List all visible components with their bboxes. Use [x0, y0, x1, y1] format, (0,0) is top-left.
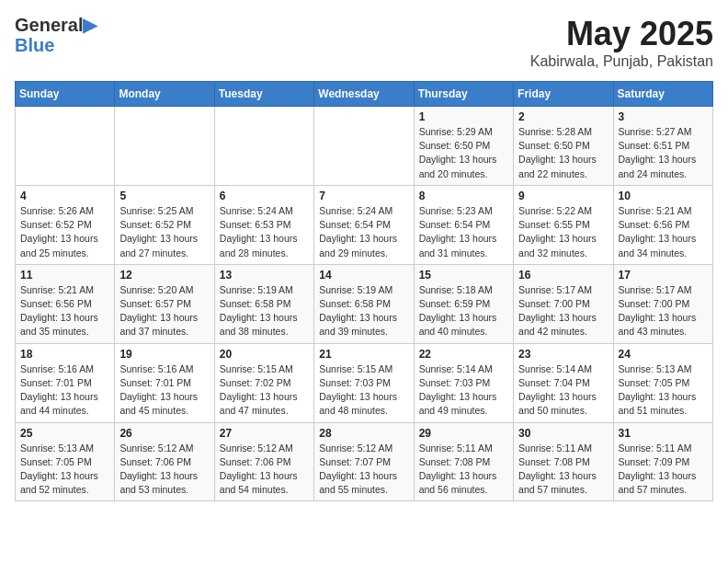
calendar-cell: 5Sunrise: 5:25 AM Sunset: 6:52 PM Daylig…	[115, 185, 214, 264]
day-number: 5	[119, 190, 209, 202]
calendar-cell: 7Sunrise: 5:24 AM Sunset: 6:54 PM Daylig…	[314, 185, 414, 264]
day-number: 25	[20, 427, 109, 440]
day-number: 13	[220, 269, 309, 282]
day-detail: Sunrise: 5:19 AM Sunset: 6:58 PM Dayligh…	[220, 283, 309, 339]
calendar-cell: 23Sunrise: 5:14 AM Sunset: 7:04 PM Dayli…	[514, 343, 613, 422]
calendar-cell	[214, 107, 313, 186]
day-number: 28	[319, 427, 408, 440]
title-block: May 2025 Kabirwala, Punjab, Pakistan	[530, 15, 713, 70]
calendar-cell	[314, 107, 414, 186]
calendar-cell: 31Sunrise: 5:11 AM Sunset: 7:09 PM Dayli…	[613, 422, 712, 501]
calendar-cell: 12Sunrise: 5:20 AM Sunset: 6:57 PM Dayli…	[115, 264, 214, 343]
page-header: General▶ Blue May 2025 Kabirwala, Punjab…	[15, 15, 713, 70]
calendar-cell: 14Sunrise: 5:19 AM Sunset: 6:58 PM Dayli…	[314, 264, 414, 343]
calendar-cell: 20Sunrise: 5:15 AM Sunset: 7:02 PM Dayli…	[214, 343, 313, 422]
day-detail: Sunrise: 5:18 AM Sunset: 6:59 PM Dayligh…	[419, 283, 508, 339]
day-number: 29	[419, 427, 508, 440]
day-detail: Sunrise: 5:13 AM Sunset: 7:05 PM Dayligh…	[20, 442, 109, 498]
day-number: 7	[319, 190, 408, 202]
day-number: 18	[20, 348, 109, 361]
logo: General▶ Blue	[15, 15, 97, 55]
day-detail: Sunrise: 5:29 AM Sunset: 6:50 PM Dayligh…	[419, 125, 508, 181]
calendar-cell: 24Sunrise: 5:13 AM Sunset: 7:05 PM Dayli…	[613, 343, 712, 422]
day-detail: Sunrise: 5:24 AM Sunset: 6:54 PM Dayligh…	[319, 204, 408, 260]
weekday-header-saturday: Saturday	[613, 82, 712, 107]
day-number: 27	[220, 427, 309, 440]
logo-line2: Blue	[15, 35, 97, 55]
day-detail: Sunrise: 5:14 AM Sunset: 7:03 PM Dayligh…	[419, 362, 508, 419]
calendar-cell: 19Sunrise: 5:16 AM Sunset: 7:01 PM Dayli…	[115, 343, 214, 422]
day-detail: Sunrise: 5:25 AM Sunset: 6:52 PM Dayligh…	[119, 204, 209, 260]
day-number: 6	[220, 190, 309, 202]
calendar-location: Kabirwala, Punjab, Pakistan	[530, 53, 713, 70]
weekday-header-wednesday: Wednesday	[314, 82, 414, 107]
calendar-cell: 6Sunrise: 5:24 AM Sunset: 6:53 PM Daylig…	[214, 185, 313, 264]
day-number: 12	[119, 269, 209, 282]
day-number: 17	[619, 269, 708, 282]
day-detail: Sunrise: 5:17 AM Sunset: 7:00 PM Dayligh…	[518, 283, 608, 339]
day-detail: Sunrise: 5:20 AM Sunset: 6:57 PM Dayligh…	[119, 283, 209, 339]
day-number: 23	[518, 348, 608, 361]
day-detail: Sunrise: 5:23 AM Sunset: 6:54 PM Dayligh…	[419, 204, 508, 260]
calendar-cell: 22Sunrise: 5:14 AM Sunset: 7:03 PM Dayli…	[414, 343, 513, 422]
day-number: 30	[518, 427, 608, 440]
day-number: 19	[119, 348, 209, 361]
day-number: 8	[419, 190, 508, 202]
day-detail: Sunrise: 5:16 AM Sunset: 7:01 PM Dayligh…	[20, 362, 109, 419]
day-detail: Sunrise: 5:14 AM Sunset: 7:04 PM Dayligh…	[518, 362, 608, 419]
calendar-cell	[16, 107, 115, 186]
weekday-header-monday: Monday	[115, 82, 214, 107]
day-detail: Sunrise: 5:28 AM Sunset: 6:50 PM Dayligh…	[518, 125, 608, 181]
weekday-header-thursday: Thursday	[414, 82, 513, 107]
calendar-week-4: 18Sunrise: 5:16 AM Sunset: 7:01 PM Dayli…	[16, 343, 713, 422]
calendar-cell: 13Sunrise: 5:19 AM Sunset: 6:58 PM Dayli…	[214, 264, 313, 343]
calendar-title: May 2025	[530, 15, 713, 53]
calendar-cell: 29Sunrise: 5:11 AM Sunset: 7:08 PM Dayli…	[414, 422, 513, 501]
day-detail: Sunrise: 5:17 AM Sunset: 7:00 PM Dayligh…	[619, 283, 708, 339]
calendar-cell: 4Sunrise: 5:26 AM Sunset: 6:52 PM Daylig…	[16, 185, 115, 264]
calendar-cell: 30Sunrise: 5:11 AM Sunset: 7:08 PM Dayli…	[514, 422, 613, 501]
day-detail: Sunrise: 5:11 AM Sunset: 7:08 PM Dayligh…	[518, 442, 608, 498]
day-detail: Sunrise: 5:19 AM Sunset: 6:58 PM Dayligh…	[319, 283, 408, 339]
calendar-week-5: 25Sunrise: 5:13 AM Sunset: 7:05 PM Dayli…	[16, 422, 713, 501]
day-detail: Sunrise: 5:12 AM Sunset: 7:06 PM Dayligh…	[220, 442, 309, 498]
day-number: 16	[518, 269, 608, 282]
weekday-header-tuesday: Tuesday	[214, 82, 313, 107]
day-detail: Sunrise: 5:16 AM Sunset: 7:01 PM Dayligh…	[119, 362, 209, 419]
day-number: 4	[20, 190, 109, 202]
day-detail: Sunrise: 5:15 AM Sunset: 7:02 PM Dayligh…	[220, 362, 309, 419]
calendar-week-2: 4Sunrise: 5:26 AM Sunset: 6:52 PM Daylig…	[16, 185, 713, 264]
day-number: 10	[619, 190, 708, 202]
calendar-cell: 28Sunrise: 5:12 AM Sunset: 7:07 PM Dayli…	[314, 422, 414, 501]
day-detail: Sunrise: 5:15 AM Sunset: 7:03 PM Dayligh…	[319, 362, 408, 419]
day-number: 26	[119, 427, 209, 440]
day-detail: Sunrise: 5:21 AM Sunset: 6:56 PM Dayligh…	[20, 283, 109, 339]
day-number: 15	[419, 269, 508, 282]
day-number: 11	[20, 269, 109, 282]
calendar-cell: 10Sunrise: 5:21 AM Sunset: 6:56 PM Dayli…	[613, 185, 712, 264]
calendar-table: SundayMondayTuesdayWednesdayThursdayFrid…	[15, 81, 713, 501]
day-number: 20	[220, 348, 309, 361]
calendar-cell: 27Sunrise: 5:12 AM Sunset: 7:06 PM Dayli…	[214, 422, 313, 501]
day-detail: Sunrise: 5:26 AM Sunset: 6:52 PM Dayligh…	[20, 204, 109, 260]
day-number: 3	[619, 110, 708, 123]
day-detail: Sunrise: 5:11 AM Sunset: 7:08 PM Dayligh…	[419, 442, 508, 498]
day-number: 1	[419, 110, 508, 123]
logo-line1: General▶	[15, 15, 97, 35]
calendar-cell: 3Sunrise: 5:27 AM Sunset: 6:51 PM Daylig…	[613, 107, 712, 186]
calendar-week-1: 1Sunrise: 5:29 AM Sunset: 6:50 PM Daylig…	[16, 107, 713, 186]
calendar-cell: 26Sunrise: 5:12 AM Sunset: 7:06 PM Dayli…	[115, 422, 214, 501]
day-detail: Sunrise: 5:12 AM Sunset: 7:07 PM Dayligh…	[319, 442, 408, 498]
calendar-cell: 15Sunrise: 5:18 AM Sunset: 6:59 PM Dayli…	[414, 264, 513, 343]
day-detail: Sunrise: 5:11 AM Sunset: 7:09 PM Dayligh…	[619, 442, 708, 498]
day-number: 9	[518, 190, 608, 202]
day-detail: Sunrise: 5:22 AM Sunset: 6:55 PM Dayligh…	[518, 204, 608, 260]
day-number: 14	[319, 269, 408, 282]
day-detail: Sunrise: 5:24 AM Sunset: 6:53 PM Dayligh…	[220, 204, 309, 260]
day-number: 24	[619, 348, 708, 361]
weekday-header-friday: Friday	[514, 82, 613, 107]
calendar-cell: 25Sunrise: 5:13 AM Sunset: 7:05 PM Dayli…	[16, 422, 115, 501]
day-number: 22	[419, 348, 508, 361]
calendar-cell: 21Sunrise: 5:15 AM Sunset: 7:03 PM Dayli…	[314, 343, 414, 422]
day-detail: Sunrise: 5:12 AM Sunset: 7:06 PM Dayligh…	[119, 442, 209, 498]
